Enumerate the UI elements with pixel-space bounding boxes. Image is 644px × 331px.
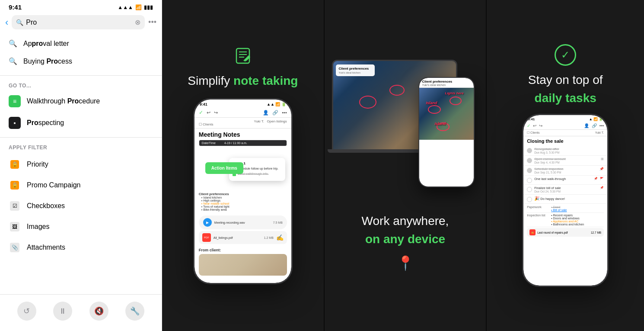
- suggestion-process[interactable]: 🔍 Buying Process: [0, 52, 162, 70]
- task-wrap-4: One last walk-through: [534, 177, 592, 181]
- task-due-2: Due Sep 4, 4:30 PM: [534, 161, 599, 164]
- goto-prospecting-text: Prospecting: [27, 119, 64, 127]
- tasks-header-bar: ☐ Clients Yuki T.: [523, 130, 607, 136]
- task-circle-5: [527, 187, 532, 192]
- p1-date-label: Date/Time: [202, 141, 216, 145]
- filter-priority-text: Priority: [27, 161, 48, 168]
- p1-table-header: Date/Time 4-19 / 11:00 a.m.: [199, 140, 287, 146]
- note-taking-icon: [234, 47, 252, 69]
- refresh-button[interactable]: ↺: [17, 302, 36, 321]
- task-inspection: Schedule inspection Due Sep 21, 5:30 PM …: [523, 166, 607, 176]
- task-wrap-5: Finalize bill of sale Due Oct 24, 5:30 P…: [534, 186, 598, 193]
- task-wrap-6: 🎉 Do happy dance!: [534, 196, 604, 201]
- mute-button[interactable]: 🔇: [89, 302, 108, 321]
- more-button[interactable]: •••: [148, 18, 156, 27]
- panel1-title-highlight: note taking: [233, 74, 298, 87]
- tasks-link-icon: 🔗: [592, 123, 597, 128]
- promo-lock-icon: 🔒: [9, 179, 21, 191]
- panel1-title-before: Simplify: [188, 74, 233, 87]
- task-text-6: 🎉 Do happy dance!: [534, 196, 604, 201]
- task-text-4: One last walk-through: [534, 177, 592, 181]
- filter-attachments[interactable]: 📎 Attachments: [0, 237, 162, 258]
- laptop-card-title: Client preferences: [339, 67, 372, 71]
- client-prefs-section: Client preferences • Island kitchen • Hi…: [194, 190, 291, 214]
- task-circle-3: [527, 168, 532, 173]
- action-items-overlay: Action Items: [205, 162, 243, 174]
- search-input-wrapper[interactable]: 🔍 Pro ⊗: [12, 15, 145, 29]
- filter-images[interactable]: 🖼 Images: [0, 216, 162, 237]
- tasks-row-inspection: Inspection list • Recent repairs • Doors…: [527, 213, 604, 227]
- suggestion-search-icon-2: 🔍: [9, 57, 17, 65]
- status-time: 9:41: [9, 3, 22, 11]
- pref-2: • High ceilings: [201, 199, 287, 202]
- filter-promo[interactable]: 🔒 Promo Campaign: [0, 175, 162, 196]
- tasks-time: 9:41: [528, 117, 535, 121]
- filter-priority[interactable]: 🔒 Priority: [0, 154, 162, 175]
- task-text-1: Renegotiate offer: [534, 147, 604, 151]
- search-input[interactable]: Pro: [26, 19, 132, 26]
- task-due-5: Due Oct 24, 5:30 PM: [534, 190, 598, 193]
- panels-container: Simplify note taking 9:41 ▲▲ 📶 🔋 ✓ ↩ ↪ 👤…: [162, 0, 644, 331]
- left-panel: 9:41 ▲▲▲ 📶 ▮▮▮ ‹ 🔍 Pro ⊗ ••• 🔍 Approval …: [0, 0, 162, 331]
- p1-clients: ☐ Clients: [199, 122, 214, 126]
- audio-file: ▶ Meeting-recording.wav 7.5 MB: [199, 215, 287, 229]
- pol-annotation-text-1: Island: [426, 101, 437, 105]
- filter-checkboxes[interactable]: ☑ Checkboxes: [0, 196, 162, 216]
- panel1-phone-screen: 9:41 ▲▲ 📶 🔋 ✓ ↩ ↪ 👤 🔗 ••• ☐ Clients Yuki: [194, 100, 291, 283]
- settings-button[interactable]: 🔧: [125, 302, 144, 321]
- goto-walkthrough[interactable]: ≡ Walkthrough Procedure: [0, 90, 162, 112]
- laptop-phone-stack: Client preferences Yuki's ideal kitchen …: [332, 60, 479, 207]
- p1-header: ☐ Clients Yuki T. Open listings: [194, 118, 291, 129]
- task-text-5: Finalize bill of sale: [534, 186, 598, 190]
- pdf-file: PDF All_listings.pdf 1.2 MB ✍: [199, 231, 287, 244]
- laptop-annotation-1: [359, 96, 376, 109]
- pause-button[interactable]: ⏸: [53, 302, 72, 321]
- task-pin-icon-4: 📌: [594, 177, 598, 180]
- suggestion-approval[interactable]: 🔍 Approval letter: [0, 35, 162, 52]
- tasks-more-icon: •••: [599, 123, 604, 128]
- pdf-icon: PDF: [202, 233, 211, 242]
- suggestion-text-approval: Approval letter: [23, 40, 69, 48]
- from-client-label: From client:: [194, 245, 291, 254]
- tasks-item-doors: • Doors and windows: [551, 217, 604, 220]
- pol-image: Island Lights here Island: [419, 88, 474, 140]
- task-escrow: Open escrow account Due Sep 4, 4:30 PM ⊞: [523, 156, 607, 166]
- task-renegotiate: Renegotiate offer Due Aug 3, 5:30 PM: [523, 146, 607, 156]
- play-button[interactable]: ▶: [203, 218, 212, 227]
- divider-2: [0, 137, 162, 138]
- tasks-pdf-icon: ✍: [529, 229, 536, 235]
- laptop-annotation-2: [389, 85, 405, 96]
- tasks-undo-icon: ↩: [533, 123, 536, 128]
- pdf-size: 1.2 MB: [264, 236, 274, 239]
- pol-annotation-2: [450, 96, 462, 105]
- tasks-person-icon: 👤: [584, 123, 589, 128]
- search-suggestions: 🔍 Approval letter 🔍 Buying Process: [0, 33, 162, 72]
- panel3-title-before: Stay on top of: [528, 73, 603, 87]
- task-circle-2: [527, 158, 532, 163]
- pdf-sign-icon: ✍: [276, 234, 284, 241]
- battery-icon: ▮▮▮: [144, 4, 153, 10]
- pol-annotation-text-2: Lights here: [445, 91, 464, 95]
- tasks-status: 9:41 ▲ 📶 🔋: [523, 115, 607, 122]
- task-pin-icon-5: 📌: [600, 186, 604, 190]
- location-pin-icon: 📍: [397, 255, 414, 271]
- pref-5: • Bike-friendly area: [201, 208, 287, 211]
- panel2-title-highlight: on any device: [365, 232, 445, 246]
- task-dance: 🎉 Do happy dance!: [523, 195, 607, 204]
- audio-size: 7.5 MB: [273, 221, 283, 224]
- goto-prospecting[interactable]: ▪ Prospecting: [0, 112, 162, 134]
- pref-4: • Tons of natural light: [201, 205, 287, 208]
- tasks-toolbar: ✓ ↩ ↪ 👤 🔗 •••: [523, 122, 607, 130]
- p1-date-value: 4-19 / 11:00 a.m.: [224, 141, 247, 145]
- p1-table: Date/Time 4-19 / 11:00 a.m.: [199, 140, 287, 146]
- filter-images-text: Images: [27, 223, 49, 231]
- tasks-redo-icon: ↪: [539, 123, 542, 128]
- walkthrough-icon: ≡: [9, 95, 21, 107]
- search-clear-button[interactable]: ⊗: [135, 18, 140, 26]
- back-button[interactable]: ‹: [5, 17, 8, 28]
- tasks-clients: ☐ Clients: [527, 131, 539, 135]
- filter-promo-text: Promo Campaign: [27, 181, 81, 189]
- pol-header: Client preferences Yuki's ideal kitchen: [419, 78, 474, 88]
- pol-sub: Yuki's ideal kitchen: [422, 84, 471, 87]
- tasks-items-paperwork: • Deed • Bill of sale: [551, 206, 604, 212]
